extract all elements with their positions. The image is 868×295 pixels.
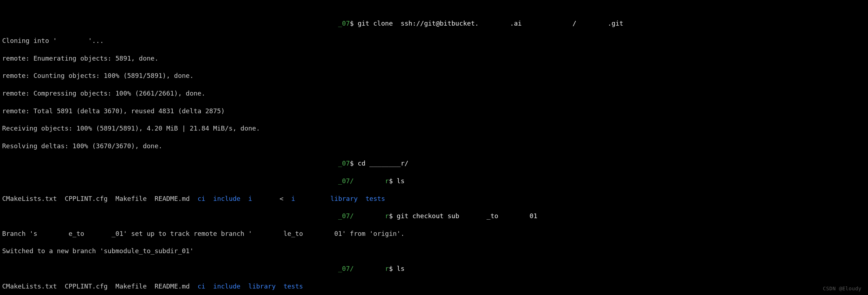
output-line: Receiving objects: 100% (5891/5891), 4.2…: [2, 124, 866, 133]
output-line: _07/ r$ git checkout sub _to 01: [2, 212, 866, 220]
cmd-cd: cd ________r/: [358, 159, 408, 167]
prompt-dollar: $: [350, 19, 358, 27]
output-line: Branch 's e_to _01' set up to track remo…: [2, 229, 866, 238]
prompt-host: _07/ r: [2, 177, 389, 185]
prompt-host: _07/ r: [2, 212, 389, 220]
dir: library: [330, 195, 358, 202]
terminal-viewport[interactable]: _07$ git clone ssh://git@bitbucket. .ai …: [0, 0, 868, 295]
dir: ci: [198, 282, 205, 290]
prompt-dollar: $: [389, 265, 397, 272]
prompt-host: _07: [2, 159, 350, 167]
cmd-checkout: git checkout sub _to 01: [397, 212, 537, 220]
output-line: _07$ git clone ssh://git@bitbucket. .ai …: [2, 19, 866, 28]
file: Makefile: [115, 195, 147, 202]
dir: include: [213, 282, 240, 290]
output-line: _07$ cd ________r/: [2, 159, 866, 168]
dir: include: [213, 195, 240, 202]
prompt-dollar: $: [389, 177, 397, 185]
ls-output: CMakeLists.txt CPPLINT.cfg Makefile READ…: [2, 282, 866, 291]
prompt-dollar: $: [389, 212, 397, 220]
dir: library: [248, 282, 276, 290]
file: Makefile: [115, 282, 147, 290]
cmd-git-clone: git clone ssh://git@bitbucket. .ai / .gi…: [358, 19, 623, 27]
dir: tests: [366, 195, 385, 202]
watermark-label: CSDN @Eloudy: [823, 285, 862, 292]
output-line: Switched to a new branch 'submodule_to_s…: [2, 247, 866, 255]
output-line: Resolving deltas: 100% (3670/3670), done…: [2, 142, 866, 150]
ls-output: CMakeLists.txt CPPLINT.cfg Makefile READ…: [2, 194, 866, 203]
output-line: remote: Compressing objects: 100% (2661/…: [2, 89, 866, 98]
file: CPPLINT.cfg: [65, 282, 107, 290]
output-line: remote: Total 5891 (delta 3670), reused …: [2, 107, 866, 115]
dir: i: [291, 195, 295, 202]
dir: tests: [283, 282, 303, 290]
output-line: Cloning into ' '...: [2, 36, 866, 45]
file: CPPLINT.cfg: [65, 195, 107, 202]
output-line: remote: Enumerating objects: 5891, done.: [2, 54, 866, 63]
prompt-host: _07: [2, 19, 350, 27]
output-line: _07/ r$ ls: [2, 177, 866, 185]
dir: i: [248, 195, 252, 202]
file: README.md: [155, 195, 190, 202]
output-line: _07/ r$ ls: [2, 264, 866, 273]
cmd-ls: ls: [397, 265, 405, 272]
file: README.md: [155, 282, 190, 290]
file: CMakeLists.txt: [2, 195, 57, 202]
dir: ci: [198, 195, 205, 202]
prompt-dollar: $: [350, 159, 358, 167]
file: CMakeLists.txt: [2, 282, 57, 290]
output-line: remote: Counting objects: 100% (5891/589…: [2, 71, 866, 80]
prompt-host: _07/ r: [2, 265, 389, 272]
cmd-ls: ls: [397, 177, 405, 185]
